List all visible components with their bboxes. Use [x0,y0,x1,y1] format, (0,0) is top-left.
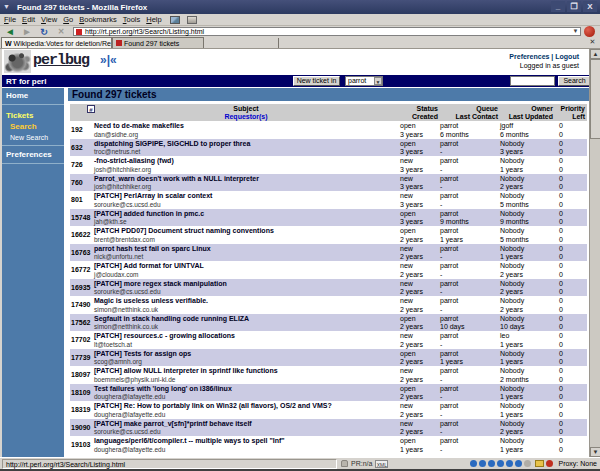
ticket-id[interactable]: 18319 [70,402,94,419]
ticket-subject[interactable]: -fno-strict-aliasing (fwd) [94,157,174,164]
ticket-id[interactable]: 17739 [70,350,94,367]
ticket-row[interactable]: 16772 [PATCH] Add format for UINTVAL j@c… [70,261,587,279]
ticket-subject[interactable]: [PATCH] PerlArray in scalar context [94,192,212,199]
extension-dot-icon[interactable] [488,460,495,467]
ticket-id[interactable]: 18097 [70,367,94,384]
ticket-id[interactable]: 726 [70,157,94,174]
header-subject[interactable]: Subject [94,105,400,113]
ticket-subject[interactable]: Segfault in stack handling code running … [94,315,249,322]
ticket-id[interactable]: 192 [70,122,94,139]
sidebar-item-tickets[interactable]: Tickets [2,105,64,121]
window-titlebar[interactable]: ▼ Found 297 tickets - Mozilla Firefox _ … [0,0,600,14]
extension-dot-icon[interactable] [497,460,504,467]
scroll-up-icon[interactable]: ▲ [590,49,600,59]
search-button[interactable]: Search [558,76,589,86]
ticket-subject[interactable]: [PATCH PDD07] Document struct naming con… [94,227,274,234]
ticket-row[interactable]: 19090 [PATCH] make parrot_v[sfn]*printf … [70,419,587,437]
ticket-subject[interactable]: [PATCH] make parrot_v[sfn]*printf behave… [94,420,252,427]
ticket-row[interactable]: 760 Parrot_warn doesn't work with a NULL… [70,174,587,192]
ticket-row[interactable]: 726 -fno-strict-aliasing (fwd) josh@hitc… [70,156,587,174]
ticket-row[interactable]: 16622 [PATCH PDD07] Document struct nami… [70,226,587,244]
extension-icon[interactable] [187,16,197,24]
ticket-subject[interactable]: [PATCH] resources.c - growing allocation… [94,332,235,339]
ticket-id[interactable]: 801 [70,192,94,209]
menu-edit[interactable]: Edit [22,15,35,24]
forward-button[interactable]: ► [20,27,34,37]
menu-tools[interactable]: Tools [123,15,141,24]
preferences-logout-links[interactable]: Preferences | Logout [509,53,579,60]
menu-file[interactable]: File [4,15,16,24]
ticket-id[interactable]: 15748 [70,210,94,227]
ticket-id[interactable]: 18109 [70,385,94,402]
ticket-row[interactable]: 18319 [PATCH] Re: How to portably link o… [70,401,587,419]
ticket-id[interactable]: 17702 [70,332,94,349]
sidebar-item-preferences[interactable]: Preferences [2,146,64,163]
menu-go[interactable]: Go [63,15,73,24]
ticket-id[interactable]: 16772 [70,262,94,279]
ticket-id[interactable]: 632 [70,140,94,157]
ticket-row[interactable]: 801 [PATCH] PerlArray in scalar context … [70,191,587,209]
menu-view[interactable]: View [41,15,57,24]
ticket-subject[interactable]: parrot hash test fail on sparc Linux [94,245,211,252]
ticket-row[interactable]: 16935 [PATCH] more regex stack manipulat… [70,279,587,297]
header-last-contact[interactable]: Last Contact [440,113,500,120]
ticket-id[interactable]: 19103 [70,437,94,454]
ticket-subject[interactable]: [PATCH] Tests for assign ops [94,350,191,357]
ticket-row[interactable]: 17562 Segfault in stack handling code ru… [70,314,587,332]
minimize-button[interactable]: _ [551,1,565,12]
ticket-row[interactable]: 15748 [PATCH] added function in pmc.c ja… [70,209,587,227]
ticket-subject[interactable]: Test failures with 'long long' on i386/l… [94,385,232,392]
header-priority[interactable]: Priority [555,105,587,113]
header-queue[interactable]: Queue [440,105,500,113]
sidebar-item-search[interactable]: Search [2,121,64,132]
header-created[interactable]: Created [400,113,440,120]
ticket-id[interactable]: 19090 [70,420,94,437]
sidebar-item-new-search[interactable]: New Search [2,132,64,145]
ticket-subject[interactable]: [PATCH] Add format for UINTVAL [94,262,204,269]
header-left[interactable]: Left [555,113,587,120]
header-last-updated[interactable]: Last Updated [500,113,555,120]
ticket-id[interactable]: 16763 [70,245,94,262]
ticket-row[interactable]: 17739 [PATCH] Tests for assign ops scog@… [70,349,587,367]
header-status[interactable]: Status [400,105,440,113]
ticket-subject[interactable]: [PATCH] more regex stack manipulation [94,280,227,287]
perlbug-logo-text[interactable]: perlbug [33,52,89,69]
ticket-id[interactable]: 16622 [70,227,94,244]
url-dropdown-icon[interactable]: ▼ [571,28,580,35]
scroll-down-icon[interactable]: ▼ [590,447,600,457]
extension-red-icon[interactable] [546,460,553,467]
ticket-subject[interactable]: Magic is useless unless verifiable. [94,297,208,304]
ticket-subject[interactable]: languages/perl6/t/compiler.t -- multiple… [94,437,285,444]
reload-button[interactable]: ↻ [37,27,51,37]
new-ticket-button[interactable]: New ticket in [293,76,340,86]
extension-dot-icon[interactable] [470,460,477,467]
folder-icon[interactable] [535,460,544,467]
url-bar[interactable]: http://rt.perl.org/rt3/Search/Listing.ht… [73,27,581,36]
extension-dot-icon[interactable] [479,460,486,467]
extension-dot-icon[interactable] [506,460,513,467]
ticket-id[interactable]: 17562 [70,315,94,332]
ticket-row[interactable]: 17702 [PATCH] resources.c - growing allo… [70,331,587,349]
extension-dot-icon[interactable] [524,460,531,467]
sidebar-item-home[interactable]: Home [2,88,64,104]
ticket-subject[interactable]: dispatching SIGPIPE, SIGCHLD to proper t… [94,140,250,147]
header-owner[interactable]: Owner [500,105,555,113]
menu-bookmarks[interactable]: Bookmarks [79,15,117,24]
stop-button[interactable]: ✕ [54,27,68,37]
quick-search-input[interactable] [510,76,555,86]
tab-found-tickets[interactable]: Found 297 tickets [112,37,204,48]
queue-select[interactable]: parrot▼ [345,76,383,86]
tab-close-button[interactable]: ✕ [588,38,597,46]
ticket-subject[interactable]: [PATCH] Re: How to portably link on Win3… [94,402,332,409]
ticket-row[interactable]: 17490 Magic is useless unless verifiable… [70,296,587,314]
tab-wikipedia[interactable]: W Wikipedia:Votes for deletion/Req... [1,37,112,48]
ticket-subject[interactable]: Need to de-make makefiles [94,122,184,129]
extension-dot-icon[interactable] [515,460,522,467]
header-requestors[interactable]: Requestor(s) [94,113,400,120]
close-button[interactable]: X [583,1,597,12]
ticket-row[interactable]: 16763 parrot hash test fail on sparc Lin… [70,244,587,262]
vertical-scrollbar[interactable]: ▲ ▼ [589,49,600,457]
ticket-row[interactable]: 19103 languages/perl6/t/compiler.t -- mu… [70,436,587,454]
ticket-subject[interactable]: Parrot_warn doesn't work with a NULL int… [94,175,259,182]
extension-icon[interactable] [170,16,180,24]
